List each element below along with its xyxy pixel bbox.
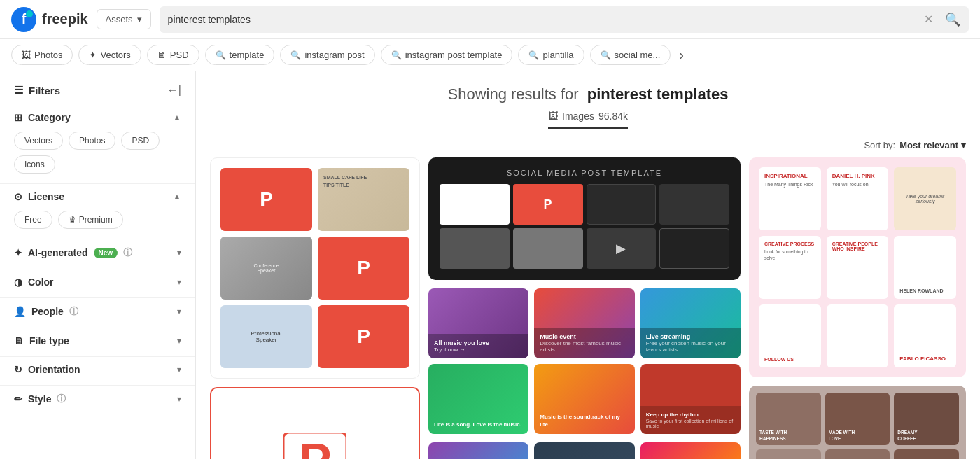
brown-grid-inner: TASTE WITHHAPPINESS MADE WITHLOVE DREAMY…	[756, 393, 959, 459]
style-section-title: ✏ Style ⓘ	[14, 393, 66, 405]
asset-selector-label: Assets	[106, 14, 133, 24]
photo-tab-label: Photos	[34, 50, 62, 60]
pin-cell-4: P	[318, 237, 410, 300]
pinterest-logo-card[interactable]: P	[210, 387, 420, 459]
filter-tab-vectors[interactable]: ✦ Vectors	[78, 45, 141, 65]
category-chevron-icon: ▲	[173, 113, 181, 122]
quote-cell-1: INSPIRATIONAL The Many Things Rick	[759, 167, 821, 230]
search-input[interactable]	[168, 14, 918, 25]
music-card-2[interactable]: Music event Discover the most famous mus…	[534, 288, 634, 358]
orientation-section-header[interactable]: ↻ Orientation ▾	[14, 364, 181, 375]
music-card-4-label: Life is a song. Love is the music.	[434, 421, 523, 428]
people-chevron-icon: ▾	[177, 307, 181, 316]
collapse-sidebar-button[interactable]: ←|	[167, 84, 181, 97]
sort-value: Most relevant	[899, 140, 958, 150]
music-card-4[interactable]: Life is a song. Love is the music.	[428, 364, 528, 434]
asset-selector[interactable]: Assets ▾	[97, 9, 151, 29]
pin-cell-3: ConferenceSpeaker	[220, 237, 312, 300]
sort-chevron-icon: ▾	[961, 140, 966, 150]
brown-grid-card[interactable]: TASTE WITHHAPPINESS MADE WITHLOVE DREAMY…	[749, 386, 966, 459]
filetype-section-header[interactable]: 🗎 File type ▾	[14, 335, 181, 346]
instagram-post-template-tab-label: instagram post template	[405, 50, 503, 60]
filter-tab-psd[interactable]: 🗎 PSD	[147, 45, 200, 65]
color-section-header[interactable]: ◑ Color ▾	[14, 276, 181, 288]
pink-quote-grid-card[interactable]: INSPIRATIONAL The Many Things Rick DANIE…	[749, 157, 966, 377]
ai-chevron-icon: ▾	[177, 248, 181, 258]
psd-tab-icon: 🗎	[158, 50, 167, 60]
pin-template-grid-card[interactable]: P SMALL CAFE LIFETIPS TITLE ConferenceSp…	[210, 157, 420, 379]
person-card-1[interactable]	[428, 442, 528, 459]
vectors-tab-label: Vectors	[100, 50, 130, 60]
filter-tab-instagram-post-template[interactable]: 🔍 instagram post template	[381, 45, 513, 65]
category-pill-icons[interactable]: Icons	[14, 155, 55, 174]
category-pill-vectors[interactable]: Vectors	[14, 132, 63, 150]
brown-cell-3: DREAMYCOFFEE	[894, 393, 959, 445]
pin-inner-grid: P SMALL CAFE LIFETIPS TITLE ConferenceSp…	[220, 168, 410, 368]
sort-dropdown[interactable]: Most relevant ▾	[899, 140, 966, 150]
chevron-down-icon: ▾	[137, 14, 142, 24]
filter-tab-social-media[interactable]: 🔍 social me...	[590, 45, 671, 65]
music-card-6[interactable]: Keep up the rhythm Save to your first co…	[640, 364, 741, 434]
music-card-2-label: Music event	[540, 333, 629, 340]
right-column: INSPIRATIONAL The Many Things Rick DANIE…	[749, 157, 966, 459]
filter-tab-plantilla[interactable]: 🔍 plantilla	[518, 45, 584, 65]
filter-tab-instagram-post[interactable]: 🔍 instagram post	[280, 45, 374, 65]
quote-cell-9: PABLO PICASSO	[894, 304, 956, 367]
orientation-icon: ↻	[14, 364, 22, 375]
quote-cell-7: FOLLOW US	[759, 304, 821, 367]
results-prefix: Showing results for	[448, 85, 579, 103]
music-card-3[interactable]: Live streaming Free your chosen music on…	[640, 288, 741, 358]
people-section-header[interactable]: 👤 People ⓘ ▾	[14, 305, 181, 318]
ai-section-header[interactable]: ✦ AI-generated New ⓘ ▾	[14, 246, 181, 259]
sidebar-section-orientation: ↻ Orientation ▾	[0, 357, 195, 386]
filter-tab-photos[interactable]: 🖼 Photos	[11, 45, 73, 65]
filters-title-text: Filters	[29, 85, 60, 97]
clear-icon[interactable]: ✕	[924, 13, 933, 26]
quote-cell-5: CREATIVE PEOPLE WHO INSPIRE	[827, 236, 889, 299]
search-icon[interactable]: 🔍	[945, 12, 960, 27]
logo[interactable]: f freepik	[11, 7, 88, 32]
quote-cell-3: Take your dreams seriously	[894, 167, 956, 230]
license-section-header[interactable]: ⊙ License ▲	[14, 191, 181, 202]
person-card-2[interactable]	[534, 442, 634, 459]
pin-cell-2: SMALL CAFE LIFETIPS TITLE	[318, 168, 410, 231]
sort-by-label: Sort by:	[864, 140, 895, 150]
music-card-5[interactable]: Music is the soundtrack of my life	[534, 364, 634, 434]
person-card-3[interactable]	[640, 442, 741, 459]
sidebar-header: ☰ Filters ←|	[0, 78, 195, 105]
sidebar-section-style: ✏ Style ⓘ ▾	[0, 386, 195, 415]
people-info-icon[interactable]: ⓘ	[69, 305, 78, 318]
main-content: Showing results for pinterest templates …	[196, 71, 980, 459]
sidebar-section-color: ◑ Color ▾	[0, 269, 195, 298]
filter-tab-template[interactable]: 🔍 template	[205, 45, 275, 65]
svg-text:f: f	[22, 11, 27, 27]
instagram-post-template-search-icon: 🔍	[391, 50, 402, 60]
music-card-1-sub: Try it now →	[434, 346, 523, 353]
sidebar-section-people: 👤 People ⓘ ▾	[0, 298, 195, 328]
images-count: 96.84k	[598, 111, 628, 122]
ai-info-icon[interactable]: ⓘ	[123, 246, 132, 259]
style-section-header[interactable]: ✏ Style ⓘ ▾	[14, 393, 181, 405]
results-header: Showing results for pinterest templates …	[210, 71, 966, 136]
style-info-icon[interactable]: ⓘ	[57, 393, 66, 405]
music-card-1[interactable]: All music you love Try it now →	[428, 288, 528, 358]
license-premium-button[interactable]: ♛ Premium	[58, 211, 123, 229]
category-pill-photos[interactable]: Photos	[69, 132, 115, 150]
sort-bar: Sort by: Most relevant ▾	[210, 136, 966, 157]
filetype-icon: 🗎	[14, 335, 24, 346]
social-media-post-card[interactable]: SOCIAL MEDIA POST TEMPLATE P ▶	[428, 157, 741, 280]
music-people-row	[428, 442, 741, 459]
crown-icon: ♛	[69, 215, 76, 225]
quote-cell-8	[827, 304, 889, 367]
orientation-section-title: ↻ Orientation	[14, 364, 80, 375]
brown-cell-4: ALWAYSWAKE	[756, 449, 821, 459]
category-pill-psd[interactable]: PSD	[121, 132, 160, 150]
music-card-6-sub: Save to your first collection of million…	[646, 419, 735, 428]
filter-bar-scroll-right[interactable]: ›	[679, 47, 684, 63]
template-tab-label: template	[230, 50, 265, 60]
filter-bar: 🖼 Photos ✦ Vectors 🗎 PSD 🔍 template 🔍 in…	[0, 39, 980, 71]
quote-cell-2: DANIEL H. PINK You will focus on	[827, 167, 889, 230]
pin-cell-1: P	[220, 168, 312, 231]
category-section-header[interactable]: ⊞ Category ▲	[14, 112, 181, 123]
license-free-button[interactable]: Free	[14, 211, 52, 229]
